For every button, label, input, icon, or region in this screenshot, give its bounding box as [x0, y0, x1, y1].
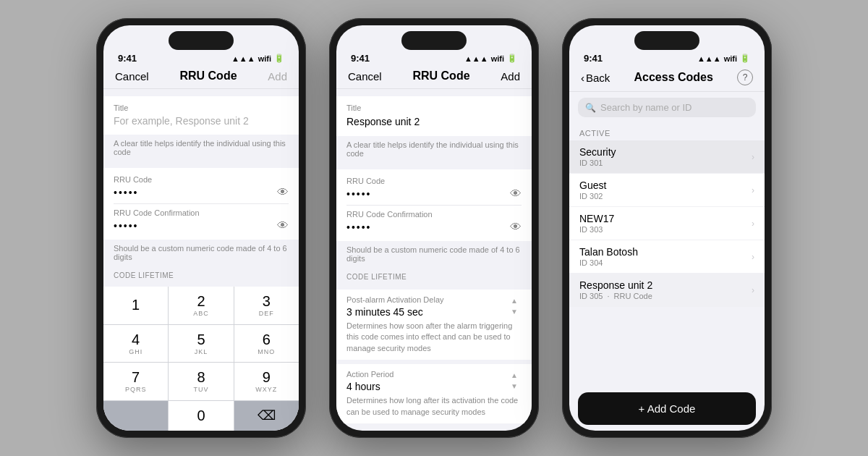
add-button-2[interactable]: Add: [501, 70, 520, 83]
phone-1: 9:41 ▲▲▲ wifi 🔋 Cancel RRU Code Add Titl…: [96, 18, 306, 438]
key-empty: [103, 401, 168, 431]
key-3[interactable]: 3DEF: [234, 287, 299, 324]
key-8[interactable]: 8TUV: [169, 363, 233, 400]
lifetime-header-2: CODE LIFETIME: [336, 267, 532, 284]
screen-content-3: 🔍 Search by name or ID ACTIVE Security I…: [569, 92, 765, 431]
signal-icon-3: ▲▲▲: [697, 54, 721, 63]
stepper-up-1[interactable]: ▲: [507, 295, 522, 305]
key-7[interactable]: 7PQRS: [103, 363, 168, 400]
help-button-3[interactable]: ?: [737, 69, 753, 85]
rru-confirm-label-2: RRU Code Confirmation: [346, 210, 522, 219]
status-icons-3: ▲▲▲ wifi 🔋: [697, 54, 750, 63]
search-container-3: 🔍 Search by name or ID: [569, 92, 765, 123]
rru-confirm-label-1: RRU Code Confirmation: [114, 208, 289, 217]
post-alarm-value: 3 minutes 45 sec: [346, 306, 444, 318]
title-input-1[interactable]: [114, 115, 289, 127]
signal-icon-2: ▲▲▲: [464, 54, 488, 63]
phone-2: 9:41 ▲▲▲ wifi 🔋 Cancel RRU Code Add Titl…: [329, 18, 539, 438]
screen-content-1: Title A clear title helps identify the i…: [103, 89, 299, 431]
status-time-3: 9:41: [584, 53, 603, 64]
item-name-talan: Talan Botosh: [579, 246, 638, 258]
key-2[interactable]: 2ABC: [169, 287, 233, 324]
chevron-new17: ›: [752, 219, 754, 229]
numpad-1: 1 2ABC 3DEF 4GHI 5JKL 6MNO 7PQRS 8TUV 9W…: [103, 287, 299, 431]
rru-section-2: RRU Code ••••• 👁 RRU Code Confirmation •…: [336, 169, 532, 241]
item-name-guest: Guest: [579, 180, 606, 191]
key-5[interactable]: 5JKL: [169, 325, 233, 363]
chevron-security: ›: [752, 152, 754, 162]
rru-confirm-value-1: •••••: [114, 220, 139, 232]
stepper-down-1[interactable]: ▼: [507, 306, 522, 316]
add-code-label-3: + Add Code: [639, 402, 696, 415]
stepper-up-2[interactable]: ▲: [507, 370, 522, 380]
post-alarm-label: Post-alarm Activation Delay: [346, 295, 444, 304]
list-item-security[interactable]: Security ID 301 ›: [569, 140, 765, 174]
list-item-talan[interactable]: Talan Botosh ID 304 ›: [569, 240, 765, 274]
post-alarm-hint: Determines how soon after the alarm trig…: [346, 321, 522, 354]
active-header-3: ACTIVE: [569, 123, 765, 140]
nav-title-1: RRU Code: [179, 69, 237, 83]
lifetime-header-1: CODE LIFETIME: [103, 266, 299, 282]
back-label-3: Back: [586, 72, 610, 84]
add-button-1: Add: [268, 70, 287, 83]
key-1[interactable]: 1: [103, 287, 168, 324]
add-code-button-3[interactable]: + Add Code: [578, 392, 756, 425]
status-time-2: 9:41: [351, 53, 370, 64]
title-section-1: Title: [103, 96, 299, 135]
status-time-1: 9:41: [118, 53, 137, 64]
eye-icon-1[interactable]: 👁: [277, 186, 289, 199]
cancel-button-1[interactable]: Cancel: [115, 70, 149, 83]
battery-icon-2: 🔋: [507, 54, 517, 63]
item-sub-talan: ID 304: [579, 258, 638, 267]
code-hint-2: Should be a custom numeric code made of …: [336, 241, 532, 267]
nav-bar-2: Cancel RRU Code Add: [336, 65, 532, 89]
item-sub-security: ID 301: [579, 159, 616, 167]
phone-3: 9:41 ▲▲▲ wifi 🔋 ‹ Back Access Codes ? 🔍 …: [562, 18, 772, 438]
search-icon-3: 🔍: [585, 103, 596, 113]
battery-icon-3: 🔋: [740, 54, 750, 63]
chevron-talan: ›: [752, 252, 754, 262]
key-6[interactable]: 6MNO: [234, 325, 299, 363]
rru-value-1: •••••: [114, 187, 139, 198]
item-sub-new17: ID 303: [579, 225, 614, 234]
dynamic-island-3: [634, 31, 699, 50]
nav-bar-3: ‹ Back Access Codes ?: [569, 65, 765, 92]
stepper-down-2[interactable]: ▼: [507, 381, 522, 391]
cancel-button-2[interactable]: Cancel: [348, 70, 382, 83]
status-icons-1: ▲▲▲ wifi 🔋: [231, 54, 284, 63]
item-sub-response: ID 305 · RRU Code: [579, 292, 652, 300]
status-icons-2: ▲▲▲ wifi 🔋: [464, 54, 517, 63]
status-bar-3: 9:41 ▲▲▲ wifi 🔋: [569, 50, 765, 65]
action-period-label: Action Period: [346, 370, 393, 379]
search-placeholder-3: Search by name or ID: [600, 102, 692, 113]
post-alarm-stepper-arrows[interactable]: ▲ ▼: [507, 295, 522, 316]
nav-title-2: RRU Code: [412, 69, 469, 83]
status-bar-2: 9:41 ▲▲▲ wifi 🔋: [336, 50, 532, 65]
rru-confirm-value-2: •••••: [346, 221, 372, 233]
key-9[interactable]: 9WXYZ: [234, 363, 299, 400]
title-label-1: Title: [114, 104, 289, 112]
item-name-response: Response unit 2: [579, 279, 652, 291]
list-item-response-unit[interactable]: Response unit 2 ID 305 · RRU Code ›: [569, 274, 765, 307]
eye-icon-4[interactable]: 👁: [510, 221, 522, 234]
battery-icon: 🔋: [274, 54, 284, 63]
rru-section-1: RRU Code ••••• 👁 RRU Code Confirmation •…: [103, 168, 299, 240]
action-period-hint: Determines how long after its activation…: [346, 395, 522, 418]
item-sub-guest: ID 302: [579, 192, 606, 200]
item-name-new17: NEW17: [579, 213, 614, 224]
title-hint-2: A clear title helps identify the individ…: [336, 136, 532, 162]
eye-icon-2[interactable]: 👁: [277, 219, 289, 232]
action-period-value: 4 hours: [346, 381, 393, 392]
key-0[interactable]: 0: [169, 401, 233, 431]
key-4[interactable]: 4GHI: [103, 325, 168, 363]
list-item-new17[interactable]: NEW17 ID 303 ›: [569, 207, 765, 240]
back-button-3[interactable]: ‹ Back: [581, 72, 610, 84]
search-bar-3[interactable]: 🔍 Search by name or ID: [578, 98, 756, 117]
chevron-guest: ›: [752, 185, 754, 195]
eye-icon-3[interactable]: 👁: [510, 187, 522, 200]
list-item-guest[interactable]: Guest ID 302 ›: [569, 174, 765, 207]
rru-label-2: RRU Code: [346, 177, 522, 185]
wifi-icon-2: wifi: [491, 54, 504, 63]
action-period-stepper-arrows[interactable]: ▲ ▼: [507, 370, 522, 391]
delete-key[interactable]: ⌫: [234, 401, 299, 431]
